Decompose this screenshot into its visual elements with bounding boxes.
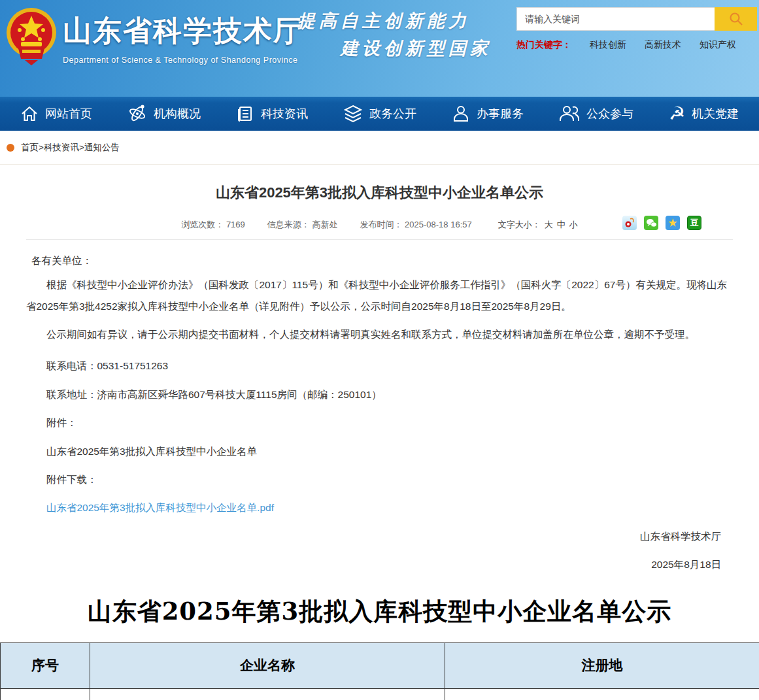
party-icon: ☭ [669,105,685,123]
breadcrumb-text[interactable]: 首页>科技资讯>通知公告 [21,142,120,154]
column-header-company: 企业名称 [90,642,445,688]
hot-keyword-zhishichanquan[interactable]: 知识产权 [700,39,736,51]
nav-item-about[interactable]: 机构概况 [127,104,201,124]
font-size-switcher: 文字大小：大中小 [494,219,578,231]
page-title: 山东省2025年第3批拟入库科技型中小企业名单公示 [26,183,733,203]
nav-item-gov-info[interactable]: 政务公开 [343,104,416,124]
home-icon [20,105,39,123]
nav-label: 机构概况 [154,106,201,122]
site-subtitle: Department of Science & Technology of Sh… [63,56,303,65]
nav-label: 科技资讯 [261,106,308,122]
meta-source: 信息来源： 高新处 [267,219,338,231]
contact-address: 联系地址：济南市高新区舜华路607号科技大厦1115房间（邮编：250101） [26,388,733,402]
font-size-large[interactable]: 大 [545,220,553,229]
hot-keywords-label: 热门关键字： [516,39,571,51]
qzone-share-icon[interactable]: ★ [666,216,680,230]
qzone-star-glyph: ★ [668,217,677,229]
meta-separator [26,239,733,240]
nav-item-party[interactable]: ☭ 机关党建 [669,105,739,123]
table-row: 1489 临朐祥泰光伏发电有限公司 山东省/潍坊市/临朐县 [1,688,759,700]
nav-item-participation[interactable]: 公众参与 [559,105,633,123]
nav-label: 网站首页 [45,106,92,122]
nav-label: 政务公开 [369,106,416,122]
nav-label: 办事服务 [477,106,524,122]
roster-table: 序号 企业名称 注册地 1489 临朐祥泰光伏发电有限公司 山东省/潍坊市/临朐… [0,642,759,700]
article-body: 各有关单位： 根据《科技型中小企业评价办法》（国科发政〔2017〕115号）和《… [26,254,733,516]
search-button[interactable] [715,7,757,31]
breadcrumb: 首页>科技资讯>通知公告 [0,131,759,165]
weibo-eye-icon [624,218,635,228]
douban-share-icon[interactable]: 豆 [687,216,701,230]
person-icon [452,105,470,123]
attachment-pdf-link[interactable]: 山东省2025年第3批拟入库科技型中小企业名单.pdf [46,502,274,513]
share-row: ★ 豆 [622,216,701,230]
brand-block: 山东省科学技术厅 Department of Science & Technol… [63,12,303,65]
font-size-small[interactable]: 小 [569,220,578,229]
slogan: 提高自主创新能力 建设创新型国家 [297,9,492,60]
contact-phone: 联系电话：0531-51751263 [26,359,733,373]
article-meta: 浏览次数： 7169 信息来源： 高新处 发布时间： 2025-08-18 16… [26,217,733,233]
cell-company: 临朐祥泰光伏发电有限公司 [90,688,445,700]
nav-item-news[interactable]: 科技资讯 [236,105,308,123]
signature-date: 2025年8月18日 [26,558,721,572]
roster-title: 山东省2025年第3批拟入库科技型中小企业名单公示 [0,595,759,628]
signature-block: 山东省科学技术厅 2025年8月18日 [26,530,733,572]
attachment-name: 山东省2025年第3批拟入库科技型中小企业名单 [26,444,733,459]
wechat-bubbles-icon [646,218,657,228]
font-size-medium[interactable]: 中 [557,220,565,229]
hot-keyword-gaoxinjishu[interactable]: 高新技术 [645,39,681,51]
hot-keywords-row: 热门关键字： 科技创新 高新技术 知识产权 [516,39,736,51]
site-title: 山东省科学技术厅 [63,12,303,50]
layers-icon [343,104,363,124]
salute-line: 各有关单位： [31,254,733,268]
breadcrumb-dot-icon [7,144,14,152]
search-icon [729,12,743,26]
atom-icon [127,104,147,124]
download-label: 附件下载： [26,473,733,487]
attachment-label: 附件： [26,416,733,430]
paragraph-1: 根据《科技型中小企业评价办法》（国科发政〔2017〕115号）和《科技型中小企业… [26,275,733,317]
meta-publish-time: 发布时间： 2025-08-18 16:57 [360,219,471,231]
table-header-row: 序号 企业名称 注册地 [1,642,759,688]
douban-glyph: 豆 [690,217,699,229]
column-header-index: 序号 [1,642,90,688]
nav-item-services[interactable]: 办事服务 [452,105,524,123]
hot-keyword-kejichuangxin[interactable]: 科技创新 [590,39,626,51]
meta-views: 浏览次数： 7169 [181,219,245,231]
site-header: 山东省科学技术厅 Department of Science & Technol… [0,0,759,97]
cell-index: 1489 [1,688,90,700]
people-icon [559,105,580,123]
signature-org: 山东省科学技术厅 [26,530,721,544]
column-header-location: 注册地 [445,642,759,688]
article: 山东省2025年第3批拟入库科技型中小企业名单公示 浏览次数： 7169 信息来… [0,183,759,572]
wechat-share-icon[interactable] [644,216,658,230]
search-bar [516,7,757,31]
paragraph-2: 公示期间如有异议，请于公示期内提交书面材料，个人提交材料请署明真实姓名和联系方式… [26,324,733,346]
nav-label: 机关党建 [692,106,739,122]
nav-label: 公众参与 [586,106,633,122]
national-emblem-logo [5,5,58,65]
nav-item-home[interactable]: 网站首页 [20,105,92,123]
cell-location: 山东省/潍坊市/临朐县 [445,688,759,700]
main-nav: 网站首页 机构概况 科技资讯 政务公开 办事 [0,97,759,131]
slogan-line2: 建设创新型国家 [341,37,492,60]
search-input[interactable] [516,7,715,31]
news-icon [236,105,254,123]
font-size-label: 文字大小： [498,220,541,229]
slogan-line1: 提高自主创新能力 [297,9,492,33]
weibo-share-icon[interactable] [622,216,637,230]
